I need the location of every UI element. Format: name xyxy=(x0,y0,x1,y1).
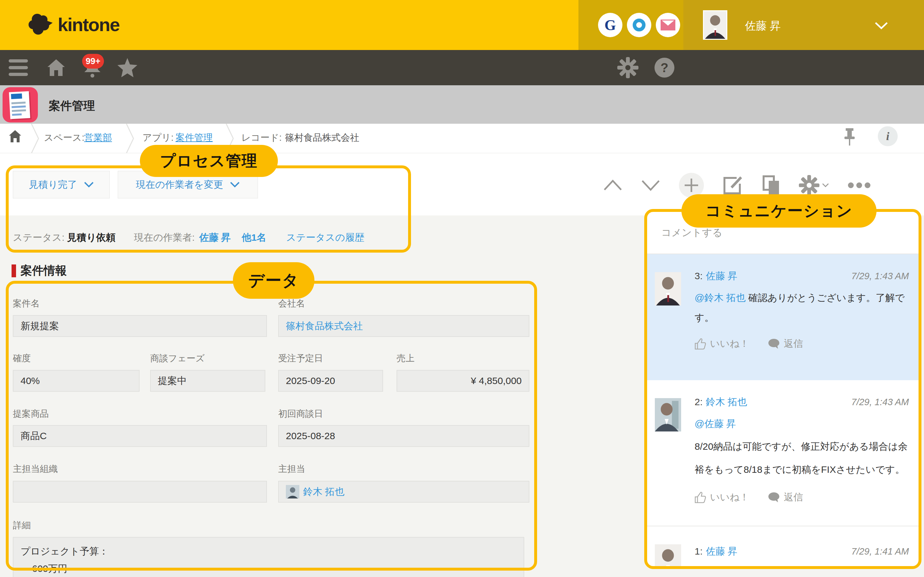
reply-button[interactable]: 返信 xyxy=(768,337,803,350)
current-worker-link[interactable]: 佐藤 昇 xyxy=(199,231,231,244)
comment-author-link[interactable]: 佐藤 昇 xyxy=(706,269,737,283)
field-value-sales: ¥ 4,850,000 xyxy=(397,370,529,392)
chevron-down-icon xyxy=(84,182,94,187)
section-title: 案件情報 xyxy=(11,263,67,279)
owner-link[interactable]: 鈴木 拓也 xyxy=(303,485,344,498)
comment-number: 1: xyxy=(695,546,703,557)
like-button[interactable]: いいね！ xyxy=(695,491,749,504)
app-icon[interactable] xyxy=(3,87,38,122)
comments-panel: コメントする 3: 佐藤 昇 7/29, 1:43 AM @鈴木 拓也 確認あり… xyxy=(644,209,921,569)
field-value-owner: 鈴木 拓也 xyxy=(278,481,529,503)
field-value-phase: 提案中 xyxy=(150,370,265,392)
field-label-owner: 主担当 xyxy=(278,463,305,474)
comment-timestamp: 7/29, 1:43 AM xyxy=(851,397,909,408)
edit-record-icon[interactable] xyxy=(722,175,744,195)
top-bar: kintone G 佐藤 昇 xyxy=(0,0,924,50)
status-row: ステータス: 見積り依頼 現在の作業者: 佐藤 昇 他1名 ステータスの履歴 xyxy=(13,229,364,246)
chevron-down-icon xyxy=(822,183,829,187)
field-label-phase: 商談フェーズ xyxy=(150,352,205,364)
mention-link[interactable]: @佐藤 昇 xyxy=(695,418,736,429)
breadcrumb-record-label: レコード: xyxy=(241,131,282,144)
field-label-first-meeting: 初回商談日 xyxy=(278,408,323,419)
pin-icon[interactable] xyxy=(844,128,855,149)
kintone-record-page: kintone G 佐藤 昇 xyxy=(0,0,924,577)
previous-record-icon[interactable] xyxy=(603,179,622,191)
process-callout-label: プロセス管理 xyxy=(140,145,278,177)
worker-more-link[interactable]: 他1名 xyxy=(242,231,266,244)
status-history-link[interactable]: ステータスの履歴 xyxy=(286,231,365,244)
status-value: 見積り依頼 xyxy=(67,231,115,244)
help-icon[interactable]: ? xyxy=(653,50,676,85)
breadcrumb-space-link[interactable]: 営業部 xyxy=(84,131,112,144)
field-label-detail: 詳細 xyxy=(13,519,31,531)
comment-item: 3: 佐藤 昇 7/29, 1:43 AM @鈴木 拓也 確認ありがとうございま… xyxy=(647,254,919,380)
user-avatar[interactable] xyxy=(703,10,727,40)
info-icon[interactable]: i xyxy=(878,126,898,146)
comment-timestamp: 7/29, 1:43 AM xyxy=(851,271,909,282)
kintone-cloud-icon xyxy=(27,11,55,38)
breadcrumb-separator-icon xyxy=(126,124,134,155)
communication-callout-label: コミュニケーション xyxy=(682,194,877,227)
app-header-bar xyxy=(0,85,924,124)
next-record-icon[interactable] xyxy=(641,179,660,191)
more-options-icon[interactable] xyxy=(848,182,871,189)
current-worker-label: 現在の作業者: xyxy=(134,231,195,244)
breadcrumb-app-link[interactable]: 案件管理 xyxy=(176,131,213,144)
field-label-case-name: 案件名 xyxy=(13,298,40,309)
field-value-product: 商品C xyxy=(13,425,267,447)
thumbs-up-icon xyxy=(695,492,706,503)
comment-author-link[interactable]: 佐藤 昇 xyxy=(706,545,737,558)
record-settings-gear-icon[interactable] xyxy=(799,175,829,195)
speech-bubble-icon xyxy=(768,492,780,503)
duplicate-record-icon[interactable] xyxy=(762,175,780,195)
comment-author-link[interactable]: 鈴木 拓也 xyxy=(706,396,747,409)
breadcrumb-record-name: 篠村食品株式会社 xyxy=(285,131,359,144)
mention-link[interactable]: @鈴木 拓也 xyxy=(695,292,746,303)
field-label-order-date: 受注予定日 xyxy=(278,352,323,364)
user-menu-chevron-icon[interactable] xyxy=(875,22,888,31)
breadcrumb: スペース: 営業部 アプリ: 案件管理 レコード: 篠村食品株式会社 i xyxy=(0,124,924,153)
like-button[interactable]: いいね！ xyxy=(695,337,749,350)
comment-item: 2: 鈴木 拓也 7/29, 1:43 AM @佐藤 昇 8/20納品は可能です… xyxy=(647,380,919,526)
app-title: 案件管理 xyxy=(49,98,95,114)
field-value-order-date: 2025-09-20 xyxy=(278,370,383,392)
ring-app-icon[interactable] xyxy=(627,13,651,37)
field-value-company-link[interactable]: 篠村食品株式会社 xyxy=(278,315,529,337)
comment-avatar xyxy=(655,544,681,569)
hamburger-menu-icon[interactable] xyxy=(8,50,28,85)
mail-icon[interactable] xyxy=(656,13,680,37)
global-toolbar: 99+ ? xyxy=(0,50,924,85)
field-value-case-name: 新規提案 xyxy=(13,315,267,337)
data-callout-label: データ xyxy=(233,262,314,299)
favorites-star-icon[interactable] xyxy=(116,50,139,85)
user-name[interactable]: 佐藤 昇 xyxy=(745,19,780,33)
status-label: ステータス: xyxy=(13,231,65,244)
notification-count-badge: 99+ xyxy=(82,54,104,69)
field-label-product: 提案商品 xyxy=(13,408,49,419)
field-value-org xyxy=(13,481,267,503)
breadcrumb-separator-icon xyxy=(31,124,39,155)
comment-number: 3: xyxy=(695,271,703,282)
process-action-button[interactable]: 見積り完了 xyxy=(13,171,110,198)
home-icon[interactable] xyxy=(47,50,66,85)
comment-avatar xyxy=(655,398,681,432)
breadcrumb-app-label: アプリ: xyxy=(142,131,174,144)
field-label-company: 会社名 xyxy=(278,298,305,309)
field-label-org: 主担当組織 xyxy=(13,463,58,474)
breadcrumb-space-label: スペース: xyxy=(44,131,84,144)
field-value-first-meeting: 2025-08-28 xyxy=(278,425,529,447)
google-icon[interactable]: G xyxy=(598,13,622,37)
kintone-logo[interactable]: kintone xyxy=(27,11,120,38)
breadcrumb-home-icon[interactable] xyxy=(9,130,21,145)
comment-body: 8/20納品は可能ですが、修正対応がある場合は余裕をもって8/18までに初稿をF… xyxy=(695,435,909,481)
owner-avatar xyxy=(286,485,299,498)
settings-gear-icon[interactable] xyxy=(617,50,639,85)
section-marker xyxy=(11,264,16,277)
field-label-probability: 確度 xyxy=(13,352,31,364)
field-value-detail: プロジェクト予算： 600万円 xyxy=(13,537,524,577)
comment-timestamp: 7/29, 1:41 AM xyxy=(851,546,909,557)
mention-link[interactable]: @鈴木 拓也 xyxy=(695,568,746,569)
reply-button[interactable]: 返信 xyxy=(768,491,803,504)
speech-bubble-icon xyxy=(768,338,780,350)
comment-number: 2: xyxy=(695,396,703,408)
